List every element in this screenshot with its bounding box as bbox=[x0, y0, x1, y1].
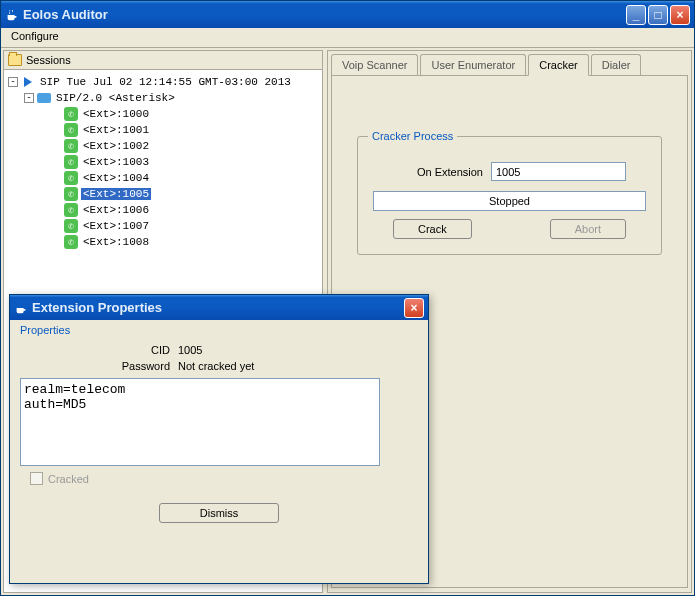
menubar: Configure bbox=[1, 28, 694, 48]
java-icon bbox=[14, 301, 28, 315]
dialog-title: Extension Properties bbox=[32, 300, 404, 315]
tree-extension-node[interactable]: ✆<Ext>:1000 bbox=[8, 106, 318, 122]
tree-extension-node[interactable]: ✆<Ext>:1004 bbox=[8, 170, 318, 186]
sessions-tree[interactable]: - SIP Tue Jul 02 12:14:55 GMT-03:00 2013… bbox=[4, 70, 322, 254]
tree-sip-label: SIP/2.0 <Asterisk> bbox=[54, 92, 177, 104]
main-window: Eolos Auditor _ □ × Configure Sessions -… bbox=[0, 0, 695, 596]
tree-extension-label: <Ext>:1006 bbox=[81, 204, 151, 216]
phone-icon: ✆ bbox=[64, 155, 78, 169]
tree-root[interactable]: - SIP Tue Jul 02 12:14:55 GMT-03:00 2013 bbox=[8, 74, 318, 90]
phone-icon: ✆ bbox=[64, 139, 78, 153]
details-textarea[interactable]: realm=telecom auth=MD5 bbox=[20, 378, 380, 466]
cracked-label: Cracked bbox=[48, 473, 89, 485]
crack-button[interactable]: Crack bbox=[393, 219, 472, 239]
sessions-header: Sessions bbox=[4, 51, 322, 70]
tab-cracker[interactable]: Cracker bbox=[528, 54, 589, 76]
tree-extension-label: <Ext>:1000 bbox=[81, 108, 151, 120]
phone-icon: ✆ bbox=[64, 203, 78, 217]
phone-icon: ✆ bbox=[64, 171, 78, 185]
password-value: Not cracked yet bbox=[178, 360, 254, 372]
tree-sip-node[interactable]: - SIP/2.0 <Asterisk> bbox=[8, 90, 318, 106]
tree-root-label: SIP Tue Jul 02 12:14:55 GMT-03:00 2013 bbox=[38, 76, 293, 88]
maximize-button[interactable]: □ bbox=[648, 5, 668, 25]
dialog-close-button[interactable]: × bbox=[404, 298, 424, 318]
cracked-checkbox[interactable] bbox=[30, 472, 43, 485]
tree-extension-node[interactable]: ✆<Ext>:1008 bbox=[8, 234, 318, 250]
tab-dialer[interactable]: Dialer bbox=[591, 54, 642, 75]
password-label: Password bbox=[105, 360, 170, 372]
titlebar[interactable]: Eolos Auditor _ □ × bbox=[1, 1, 694, 28]
cid-label: CID bbox=[105, 344, 170, 356]
collapse-icon[interactable]: - bbox=[24, 93, 34, 103]
tree-extension-node[interactable]: ✆<Ext>:1002 bbox=[8, 138, 318, 154]
play-icon bbox=[21, 75, 35, 89]
tree-extension-label: <Ext>:1007 bbox=[81, 220, 151, 232]
tab-bar: Voip ScannerUser EnumeratorCrackerDialer bbox=[328, 51, 691, 75]
tab-user-enumerator[interactable]: User Enumerator bbox=[420, 54, 526, 75]
cid-value: 1005 bbox=[178, 344, 202, 356]
minimize-button[interactable]: _ bbox=[626, 5, 646, 25]
properties-section-label: Properties bbox=[20, 324, 418, 336]
phone-icon: ✆ bbox=[64, 187, 78, 201]
dialog-content: Properties CID 1005 Password Not cracked… bbox=[10, 320, 428, 527]
abort-button[interactable]: Abort bbox=[550, 219, 626, 239]
tree-extension-label: <Ext>:1003 bbox=[81, 156, 151, 168]
tree-extension-node[interactable]: ✆<Ext>:1003 bbox=[8, 154, 318, 170]
sessions-title: Sessions bbox=[26, 54, 71, 66]
dismiss-button[interactable]: Dismiss bbox=[159, 503, 280, 523]
tab-voip-scanner[interactable]: Voip Scanner bbox=[331, 54, 418, 75]
tree-extension-node[interactable]: ✆<Ext>:1007 bbox=[8, 218, 318, 234]
tree-extension-label: <Ext>:1004 bbox=[81, 172, 151, 184]
extension-properties-dialog[interactable]: Extension Properties × Properties CID 10… bbox=[9, 294, 429, 584]
dialog-titlebar[interactable]: Extension Properties × bbox=[10, 295, 428, 320]
phone-icon: ✆ bbox=[64, 235, 78, 249]
phone-icon: ✆ bbox=[64, 219, 78, 233]
extension-label: On Extension bbox=[393, 166, 483, 178]
status-bar: Stopped bbox=[373, 191, 646, 211]
phone-icon: ✆ bbox=[64, 107, 78, 121]
collapse-icon[interactable]: - bbox=[8, 77, 18, 87]
sip-icon bbox=[37, 91, 51, 105]
tree-extension-label: <Ext>:1008 bbox=[81, 236, 151, 248]
phone-icon: ✆ bbox=[64, 123, 78, 137]
tree-extension-label: <Ext>:1002 bbox=[81, 140, 151, 152]
menu-configure[interactable]: Configure bbox=[5, 28, 65, 44]
java-icon bbox=[5, 8, 19, 22]
window-title: Eolos Auditor bbox=[23, 7, 626, 22]
cracker-fieldset: Cracker Process On Extension Stopped Cra… bbox=[357, 136, 662, 255]
tree-extension-node[interactable]: ✆<Ext>:1001 bbox=[8, 122, 318, 138]
folder-icon bbox=[8, 54, 22, 66]
tree-extension-label: <Ext>:1005 bbox=[81, 188, 151, 200]
close-button[interactable]: × bbox=[670, 5, 690, 25]
extension-input[interactable] bbox=[491, 162, 626, 181]
cracker-legend: Cracker Process bbox=[368, 130, 457, 142]
tree-extension-label: <Ext>:1001 bbox=[81, 124, 151, 136]
tree-extension-node[interactable]: ✆<Ext>:1006 bbox=[8, 202, 318, 218]
tree-extension-node[interactable]: ✆<Ext>:1005 bbox=[8, 186, 318, 202]
